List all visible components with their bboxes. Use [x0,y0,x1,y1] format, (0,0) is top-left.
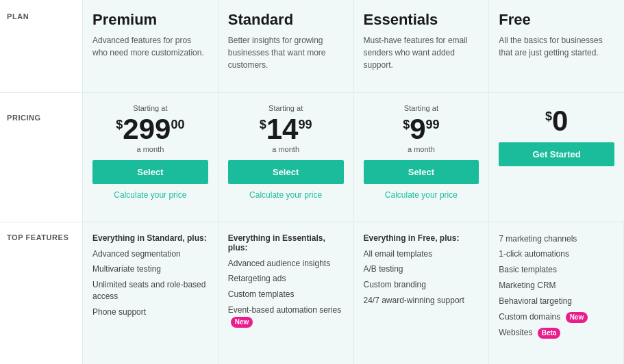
pricing-standard: Starting at $ 14 99 a month Select Calcu… [218,92,353,221]
plan-desc-essentials: Must-have features for email senders who… [364,34,479,71]
plan-desc-premium: Advanced features for pros who need more… [92,34,208,59]
list-item: Custom templates [228,289,344,300]
price-period-essentials: a month [364,145,479,153]
price-period-premium: a month [92,145,208,153]
pricing-free: $ 0 Get Started [488,92,624,221]
price-display-free: $ 0 [499,107,614,135]
pricing-essentials: Starting at $ 9 99 a month Select Calcul… [353,92,489,221]
list-item: Advanced audience insights [228,258,344,270]
list-item: Basic templates [499,264,614,276]
plan-name-essentials: Essentials [364,11,479,29]
plan-col-premium: Premium Advanced features for pros who n… [82,0,218,92]
pricing-label-standard: Starting at [228,104,344,112]
plan-name-standard: Standard [228,11,344,29]
list-item: Multivariate testing [92,263,208,275]
features-list-free: 7 marketing channels 1-click automations… [499,233,614,339]
list-item: 1-click automations [499,248,614,260]
plan-name-free: Free [499,11,614,29]
price-display-essentials: $ 9 99 [364,115,479,144]
calc-link-essentials[interactable]: Calculate your price [385,190,458,200]
price-cents-premium: 00 [171,118,184,132]
price-display-standard: $ 14 99 [228,115,344,144]
get-started-button-free[interactable]: Get Started [499,142,614,166]
plan-col-free: Free All the basics for businesses that … [488,0,624,92]
price-period-standard: a month [228,145,344,153]
features-standard: Everything in Essentials, plus: Advanced… [218,222,353,364]
features-list-standard: Advanced audience insights Retargeting a… [228,258,344,328]
select-button-premium[interactable]: Select [92,160,208,184]
badge-new-automation: New [231,317,253,328]
list-item: Marketing CRM [499,280,614,291]
features-list-essentials: All email templates A/B testing Custom b… [364,248,479,307]
plan-col-standard: Standard Better insights for growing bus… [218,0,353,92]
badge-new-domains: New [566,312,588,323]
pricing-label-premium: Starting at [92,104,208,112]
features-intro-premium: Everything in Standard, plus: [92,233,208,243]
features-free: 7 marketing channels 1-click automations… [488,222,624,364]
list-item: All email templates [364,248,479,260]
price-cents-standard: 99 [298,118,312,132]
list-item: Behavioral targeting [499,296,614,307]
calc-link-standard[interactable]: Calculate your price [249,190,322,200]
list-item: A/B testing [364,263,479,275]
list-item: Phone support [92,307,208,318]
label-pricing: PRICING [0,92,82,221]
features-intro-standard: Everything in Essentials, plus: [228,233,344,252]
price-main-standard: 14 [266,115,299,144]
features-essentials: Everything in Free, plus: All email temp… [353,222,489,364]
list-item: 7 marketing channels [499,233,614,245]
price-main-premium: 299 [123,115,171,144]
plan-desc-standard: Better insights for growing businesses t… [228,34,344,71]
calc-link-premium[interactable]: Calculate your price [114,190,186,200]
label-plan: PLAN [0,0,82,92]
price-dollar-premium: $ [116,118,123,132]
features-premium: Everything in Standard, plus: Advanced s… [82,222,218,364]
list-item: Advanced segmentation [92,248,208,260]
price-dollar-free: $ [545,109,552,124]
list-item: Websites Beta [499,327,614,339]
select-button-essentials[interactable]: Select [364,160,479,184]
plan-name-premium: Premium [92,11,208,29]
plan-col-essentials: Essentials Must-have features for email … [353,0,489,92]
list-item: 24/7 award-winning support [364,295,479,307]
list-item: Event-based automation series New [228,304,344,328]
select-button-standard[interactable]: Select [228,160,344,184]
price-display-premium: $ 299 00 [92,115,208,144]
price-main-essentials: 9 [410,115,425,144]
price-dollar-standard: $ [260,118,266,132]
list-item: Retargeting ads [228,273,344,285]
pricing-label-essentials: Starting at [364,104,479,112]
list-item: Unlimited seats and role-based access [92,279,208,302]
list-item: Custom domains New [499,311,614,323]
list-item: Custom branding [364,279,479,291]
price-main-free: 0 [552,107,568,135]
pricing-table: PLAN Premium Advanced features for pros … [0,0,624,364]
label-top-features: TOP FEATURES [0,222,82,364]
plan-desc-free: All the basics for businesses that are j… [499,34,614,59]
features-list-premium: Advanced segmentation Multivariate testi… [92,248,208,318]
price-dollar-essentials: $ [403,118,410,132]
badge-beta-websites: Beta [538,328,561,339]
price-cents-essentials: 99 [426,118,440,132]
pricing-premium: Starting at $ 299 00 a month Select Calc… [82,92,218,221]
features-intro-essentials: Everything in Free, plus: [364,233,479,243]
